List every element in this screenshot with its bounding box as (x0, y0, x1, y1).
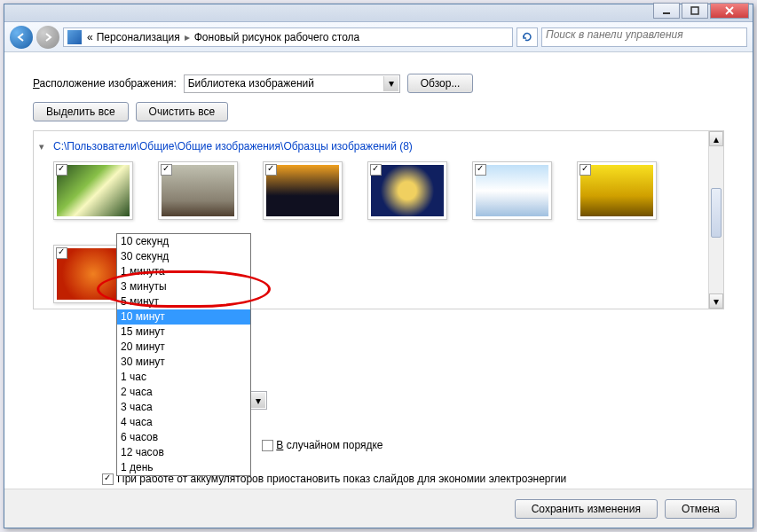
footer: Сохранить изменения Отмена (4, 489, 753, 528)
thumb-checkbox[interactable] (580, 164, 591, 176)
location-value: Библиотека изображений (188, 77, 314, 90)
breadcrumb-prev: « (85, 31, 95, 43)
breadcrumb-2[interactable]: Фоновый рисунок рабочего стола (193, 31, 362, 43)
interval-option[interactable]: 1 минута (117, 264, 250, 279)
browse-button[interactable]: Обзор... (407, 74, 474, 93)
interval-option[interactable]: 1 час (117, 370, 250, 385)
thumbnail[interactable] (367, 161, 447, 220)
select-all-button[interactable]: Выделить все (33, 102, 129, 121)
titlebar (4, 4, 753, 22)
scroll-down-icon[interactable]: ▾ (709, 293, 723, 309)
svg-rect-0 (663, 12, 670, 14)
location-row: РРасположение изображения:асположение из… (33, 74, 724, 93)
minimize-button[interactable] (653, 3, 680, 19)
clear-all-button[interactable]: Очистить все (136, 102, 228, 121)
random-order-row: В случайном порядке В случайном порядке (262, 439, 382, 451)
save-button[interactable]: Сохранить изменения (515, 499, 658, 519)
thumb-checkbox[interactable] (265, 164, 277, 176)
image-folder-path[interactable]: C:\Пользователи\Общие\Общие изображения\… (53, 140, 413, 153)
scroll-thumb[interactable] (711, 188, 722, 238)
interval-option[interactable]: 10 минут (117, 309, 250, 325)
location-label: РРасположение изображения:асположение из… (33, 77, 177, 90)
address-row: « Персонализация ▸ Фоновый рисунок рабоч… (4, 22, 753, 52)
interval-option[interactable]: 3 часа (117, 400, 250, 415)
search-input[interactable] (546, 28, 743, 41)
dropdown-arrow-icon: ▾ (383, 76, 398, 91)
interval-option[interactable]: 10 секунд (117, 234, 250, 249)
interval-option[interactable]: 12 часов (117, 445, 250, 460)
forward-button[interactable] (36, 26, 59, 49)
random-label: В случайном порядке (276, 439, 382, 451)
svg-rect-1 (691, 7, 698, 14)
maximize-button[interactable] (682, 3, 708, 19)
scroll-up-icon[interactable]: ▴ (709, 131, 723, 146)
close-button[interactable] (710, 3, 749, 19)
thumbnail[interactable] (263, 161, 343, 220)
battery-checkbox[interactable] (102, 473, 114, 485)
control-panel-icon (67, 30, 82, 44)
collapse-icon[interactable] (39, 140, 49, 150)
interval-option[interactable]: 30 минут (117, 355, 250, 370)
search-bar[interactable] (541, 27, 747, 47)
thumbnail[interactable] (53, 161, 133, 220)
back-button[interactable] (10, 26, 33, 49)
interval-option[interactable]: 20 минут (117, 340, 250, 355)
interval-option[interactable]: 1 день (117, 460, 250, 475)
interval-option[interactable]: 5 минут (117, 294, 250, 309)
thumb-checkbox[interactable] (370, 164, 382, 176)
interval-option[interactable]: 2 часа (117, 385, 250, 400)
interval-dropdown-list[interactable]: 10 секунд30 секунд1 минута3 минуты5 мину… (116, 233, 251, 476)
chevron-right-icon: ▸ (182, 31, 193, 43)
thumb-checkbox[interactable] (161, 164, 172, 176)
thumbnail[interactable] (577, 161, 657, 220)
cancel-button[interactable]: Отмена (665, 499, 737, 519)
interval-option[interactable]: 3 минуты (117, 279, 250, 294)
select-row: Выделить все Очистить все (33, 102, 724, 121)
breadcrumb-1[interactable]: Персонализация (95, 31, 182, 43)
dropdown-arrow-icon: ▾ (250, 393, 265, 408)
interval-option[interactable]: 4 часа (117, 415, 250, 430)
thumbnail[interactable] (158, 161, 238, 220)
thumb-checkbox[interactable] (475, 164, 486, 176)
interval-option[interactable]: 15 минут (117, 325, 250, 340)
refresh-button[interactable] (516, 27, 538, 47)
thumb-checkbox[interactable] (56, 247, 67, 259)
interval-option[interactable]: 6 часов (117, 430, 250, 445)
location-combo[interactable]: Библиотека изображений ▾ (184, 74, 400, 93)
thumb-checkbox[interactable] (56, 164, 67, 176)
scrollbar[interactable]: ▴ ▾ (708, 131, 723, 309)
address-bar[interactable]: « Персонализация ▸ Фоновый рисунок рабоч… (63, 27, 513, 47)
interval-option[interactable]: 30 секунд (117, 249, 250, 264)
random-checkbox[interactable] (262, 440, 273, 451)
window-controls (651, 3, 749, 19)
window: « Персонализация ▸ Фоновый рисунок рабоч… (4, 4, 753, 528)
thumbnail[interactable] (472, 161, 552, 220)
